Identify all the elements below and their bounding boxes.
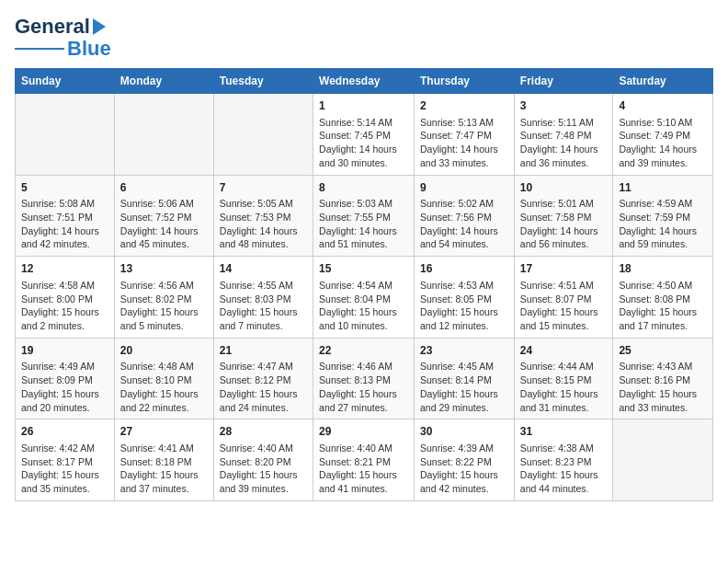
calendar-cell: 3Sunrise: 5:11 AMSunset: 7:48 PMDaylight… bbox=[514, 94, 613, 176]
day-number: 27 bbox=[120, 424, 208, 440]
daylight-text: Daylight: 14 hours and 30 minutes. bbox=[319, 144, 397, 168]
svg-marker-0 bbox=[93, 18, 106, 35]
calendar-cell: 10Sunrise: 5:01 AMSunset: 7:58 PMDayligh… bbox=[514, 175, 613, 257]
sunrise-text: Sunrise: 4:56 AM bbox=[120, 280, 194, 291]
calendar-cell: 23Sunrise: 4:45 AMSunset: 8:14 PMDayligh… bbox=[415, 338, 515, 419]
sunrise-text: Sunrise: 4:54 AM bbox=[319, 280, 392, 291]
sunrise-text: Sunrise: 5:02 AM bbox=[420, 198, 494, 209]
calendar-cell: 8Sunrise: 5:03 AMSunset: 7:55 PMDaylight… bbox=[313, 175, 415, 257]
sunrise-text: Sunrise: 4:43 AM bbox=[619, 361, 692, 372]
sunset-text: Sunset: 7:47 PM bbox=[420, 130, 492, 141]
day-number: 6 bbox=[120, 180, 208, 196]
sunrise-text: Sunrise: 5:11 AM bbox=[520, 117, 594, 128]
calendar-cell: 2Sunrise: 5:13 AMSunset: 7:47 PMDaylight… bbox=[415, 94, 515, 176]
daylight-text: Daylight: 14 hours and 42 minutes. bbox=[21, 225, 99, 250]
daylight-text: Daylight: 15 hours and 29 minutes. bbox=[420, 388, 498, 413]
column-header-friday: Friday bbox=[514, 69, 613, 94]
day-number: 30 bbox=[420, 424, 508, 440]
sunset-text: Sunset: 8:00 PM bbox=[21, 293, 93, 304]
sunrise-text: Sunrise: 4:41 AM bbox=[120, 442, 194, 454]
daylight-text: Daylight: 14 hours and 39 minutes. bbox=[619, 144, 697, 168]
sunrise-text: Sunrise: 4:59 AM bbox=[619, 198, 692, 209]
sunset-text: Sunset: 8:17 PM bbox=[21, 456, 93, 467]
daylight-text: Daylight: 14 hours and 36 minutes. bbox=[520, 144, 598, 168]
logo-blue-text: Blue bbox=[67, 37, 111, 61]
sunset-text: Sunset: 8:16 PM bbox=[619, 374, 690, 385]
day-number: 11 bbox=[619, 180, 707, 196]
sunrise-text: Sunrise: 4:49 AM bbox=[21, 361, 95, 372]
calendar-table: SundayMondayTuesdayWednesdayThursdayFrid… bbox=[15, 68, 713, 501]
sunrise-text: Sunrise: 4:48 AM bbox=[120, 361, 194, 372]
calendar-cell: 29Sunrise: 4:40 AMSunset: 8:21 PMDayligh… bbox=[313, 419, 415, 501]
logo: General Blue bbox=[15, 15, 111, 61]
sunrise-text: Sunrise: 4:53 AM bbox=[420, 280, 494, 291]
daylight-text: Daylight: 15 hours and 2 minutes. bbox=[21, 306, 99, 331]
calendar-cell: 13Sunrise: 4:56 AMSunset: 8:02 PMDayligh… bbox=[114, 257, 213, 339]
daylight-text: Daylight: 14 hours and 59 minutes. bbox=[619, 225, 697, 250]
sunset-text: Sunset: 7:53 PM bbox=[220, 212, 291, 223]
sunset-text: Sunset: 8:02 PM bbox=[120, 293, 192, 304]
sunset-text: Sunset: 7:48 PM bbox=[520, 130, 592, 141]
calendar-cell: 14Sunrise: 4:55 AMSunset: 8:03 PMDayligh… bbox=[213, 257, 313, 339]
daylight-text: Daylight: 14 hours and 56 minutes. bbox=[520, 225, 598, 250]
calendar-week-row: 12Sunrise: 4:58 AMSunset: 8:00 PMDayligh… bbox=[16, 257, 713, 339]
day-number: 2 bbox=[420, 98, 508, 114]
daylight-text: Daylight: 15 hours and 31 minutes. bbox=[520, 388, 598, 413]
calendar-cell: 6Sunrise: 5:06 AMSunset: 7:52 PMDaylight… bbox=[114, 175, 213, 257]
calendar-cell: 11Sunrise: 4:59 AMSunset: 7:59 PMDayligh… bbox=[613, 175, 713, 257]
daylight-text: Daylight: 15 hours and 5 minutes. bbox=[120, 306, 199, 331]
day-number: 10 bbox=[520, 180, 608, 196]
daylight-text: Daylight: 15 hours and 37 minutes. bbox=[120, 469, 199, 494]
calendar-cell: 26Sunrise: 4:42 AMSunset: 8:17 PMDayligh… bbox=[16, 419, 115, 501]
sunset-text: Sunset: 8:20 PM bbox=[220, 456, 291, 467]
daylight-text: Daylight: 14 hours and 54 minutes. bbox=[420, 225, 498, 250]
sunset-text: Sunset: 8:09 PM bbox=[21, 374, 93, 385]
calendar-cell: 21Sunrise: 4:47 AMSunset: 8:12 PMDayligh… bbox=[213, 338, 313, 419]
daylight-text: Daylight: 15 hours and 7 minutes. bbox=[220, 306, 298, 331]
day-number: 29 bbox=[319, 424, 408, 440]
sunset-text: Sunset: 7:56 PM bbox=[420, 212, 492, 223]
daylight-text: Daylight: 15 hours and 41 minutes. bbox=[319, 469, 397, 494]
column-header-tuesday: Tuesday bbox=[213, 69, 313, 94]
day-number: 31 bbox=[520, 424, 608, 440]
daylight-text: Daylight: 15 hours and 20 minutes. bbox=[21, 388, 99, 413]
day-number: 18 bbox=[619, 261, 707, 277]
sunrise-text: Sunrise: 5:06 AM bbox=[120, 198, 194, 209]
column-header-monday: Monday bbox=[114, 69, 213, 94]
calendar-cell: 31Sunrise: 4:38 AMSunset: 8:23 PMDayligh… bbox=[514, 419, 613, 501]
day-number: 23 bbox=[420, 343, 508, 359]
sunset-text: Sunset: 7:59 PM bbox=[619, 212, 690, 223]
sunset-text: Sunset: 7:58 PM bbox=[520, 212, 592, 223]
calendar-cell: 30Sunrise: 4:39 AMSunset: 8:22 PMDayligh… bbox=[415, 419, 515, 501]
column-header-sunday: Sunday bbox=[16, 69, 115, 94]
sunset-text: Sunset: 8:23 PM bbox=[520, 456, 592, 467]
day-number: 4 bbox=[619, 98, 707, 114]
daylight-text: Daylight: 15 hours and 42 minutes. bbox=[420, 469, 498, 494]
sunset-text: Sunset: 8:03 PM bbox=[220, 293, 291, 304]
sunset-text: Sunset: 8:22 PM bbox=[420, 456, 492, 467]
day-number: 1 bbox=[319, 98, 408, 114]
sunrise-text: Sunrise: 5:01 AM bbox=[520, 198, 594, 209]
calendar-week-row: 19Sunrise: 4:49 AMSunset: 8:09 PMDayligh… bbox=[16, 338, 713, 419]
column-header-thursday: Thursday bbox=[415, 69, 515, 94]
sunrise-text: Sunrise: 4:42 AM bbox=[21, 442, 95, 454]
sunset-text: Sunset: 8:12 PM bbox=[220, 374, 291, 385]
sunrise-text: Sunrise: 5:14 AM bbox=[319, 117, 392, 128]
sunrise-text: Sunrise: 4:40 AM bbox=[220, 442, 293, 454]
sunset-text: Sunset: 8:08 PM bbox=[619, 293, 690, 304]
sunset-text: Sunset: 8:04 PM bbox=[319, 293, 391, 304]
day-number: 16 bbox=[420, 261, 508, 277]
daylight-text: Daylight: 15 hours and 10 minutes. bbox=[319, 306, 397, 331]
day-number: 3 bbox=[520, 98, 608, 114]
calendar-cell: 7Sunrise: 5:05 AMSunset: 7:53 PMDaylight… bbox=[213, 175, 313, 257]
sunrise-text: Sunrise: 4:46 AM bbox=[319, 361, 392, 372]
daylight-text: Daylight: 15 hours and 35 minutes. bbox=[21, 469, 99, 494]
sunrise-text: Sunrise: 5:05 AM bbox=[220, 198, 293, 209]
calendar-cell bbox=[114, 94, 213, 176]
sunrise-text: Sunrise: 4:44 AM bbox=[520, 361, 594, 372]
day-number: 8 bbox=[319, 180, 408, 196]
daylight-text: Daylight: 15 hours and 33 minutes. bbox=[619, 388, 697, 413]
sunrise-text: Sunrise: 5:10 AM bbox=[619, 117, 692, 128]
daylight-text: Daylight: 15 hours and 24 minutes. bbox=[220, 388, 298, 413]
daylight-text: Daylight: 15 hours and 44 minutes. bbox=[520, 469, 598, 494]
